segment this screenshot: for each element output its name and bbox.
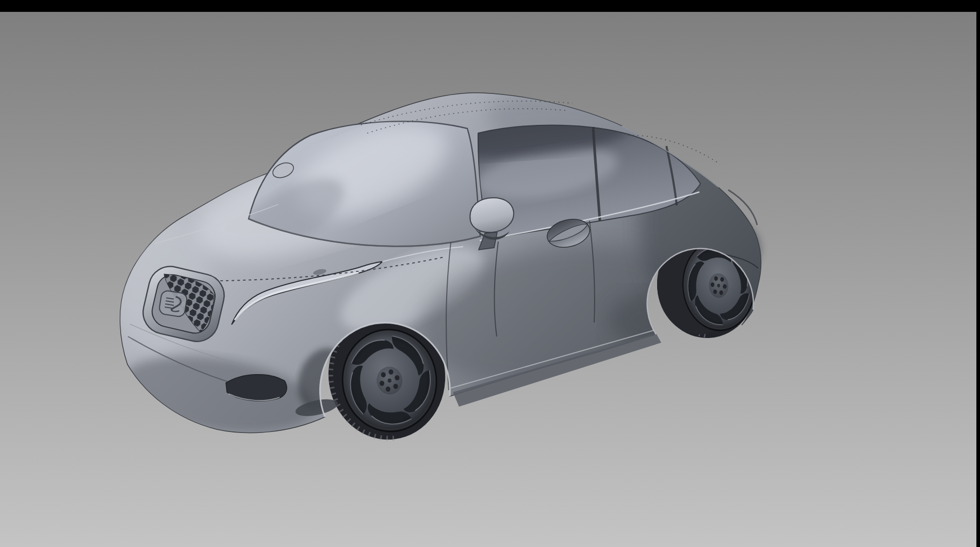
- render-viewport[interactable]: [0, 12, 976, 547]
- top-black-bar: [0, 0, 980, 12]
- car-render-canvas: [0, 12, 976, 547]
- car-3d-model: [108, 77, 815, 457]
- seat-logo-icon: [158, 290, 188, 317]
- application-window: [0, 0, 980, 547]
- right-black-bar: [976, 12, 980, 547]
- mirror-housing: [470, 198, 514, 232]
